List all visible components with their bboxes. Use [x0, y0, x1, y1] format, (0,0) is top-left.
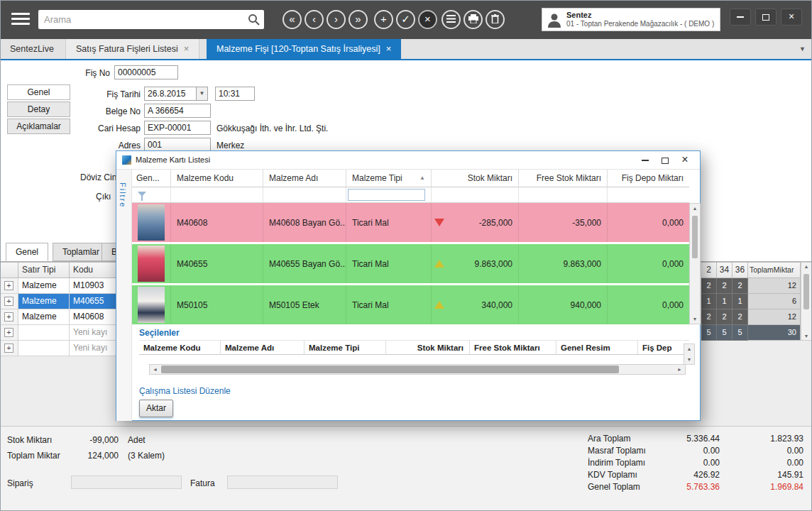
list-icon [446, 15, 456, 23]
sel-column-stok[interactable]: Stok Miktarı [386, 340, 470, 355]
nav-detay-button[interactable]: Detay [7, 101, 70, 117]
dialog-vertical-scrollbar[interactable]: ▲ ▼ [689, 203, 701, 324]
column-header-resim[interactable]: Gen... [132, 170, 171, 187]
filter-cell-resim[interactable] [132, 187, 171, 203]
row-expand-button[interactable]: + [0, 341, 18, 356]
grid-header-satir-tipi[interactable]: Satır Tipi [18, 262, 70, 278]
sel-column-resim[interactable]: Genel Resim [556, 340, 638, 355]
dialog-close-button[interactable]: × [676, 153, 694, 167]
first-record-button[interactable]: « [282, 10, 302, 29]
belge-no-input[interactable] [144, 104, 211, 118]
spin-down-icon[interactable]: ▼ [684, 357, 694, 362]
last-record-button[interactable]: » [349, 10, 368, 29]
filter-cell-stok[interactable] [432, 187, 519, 203]
save-button[interactable]: ✓ [396, 10, 415, 29]
printer-icon [468, 14, 478, 23]
delete-button[interactable] [485, 10, 505, 29]
scroll-down-icon[interactable]: ▼ [801, 334, 811, 339]
grid-header-toplam-miktar[interactable]: ToplamMiktar [748, 262, 801, 278]
menu-icon[interactable] [11, 13, 30, 26]
list-button[interactable] [441, 10, 461, 29]
scrollbar-thumb[interactable] [692, 216, 698, 258]
tab-sentezlive[interactable]: SentezLive [0, 39, 64, 59]
search-input[interactable] [38, 10, 244, 29]
window-close-button[interactable]: × [781, 9, 802, 26]
filter-cell-adi[interactable] [263, 187, 346, 203]
scroll-left-icon[interactable]: ◄ [150, 365, 160, 374]
grid-header-size-36[interactable]: 36 [733, 262, 748, 278]
sel-column-kodu[interactable]: Malzeme Kodu [139, 340, 221, 355]
tab-list-dropdown-icon[interactable]: ▼ [799, 45, 806, 53]
cancel-button[interactable]: × [418, 10, 437, 29]
fis-tarihi-input[interactable] [144, 87, 197, 101]
cell-resim [132, 203, 171, 242]
cell-size-qty: 2 [733, 278, 748, 294]
aktar-button[interactable]: Aktar [139, 400, 173, 417]
row-expand-button[interactable]: + [0, 309, 18, 325]
column-header-malzeme-kodu[interactable]: Malzeme Kodu [171, 170, 263, 187]
scroll-up-icon[interactable]: ▲ [690, 206, 700, 211]
selected-grid-spinner[interactable]: ▲ ▼ [684, 344, 695, 365]
grid-vertical-scrollbar[interactable]: ▲ ▼ [801, 262, 812, 341]
tab-malzeme-fisi[interactable]: Malzeme Fişi [120-Toptan Satış İrsaliyes… [207, 39, 401, 59]
fis-no-input[interactable] [114, 65, 178, 79]
filtre-panel-tab[interactable]: Filtre [116, 170, 132, 421]
filter-cell-tipi[interactable] [346, 187, 432, 203]
scroll-right-icon[interactable]: ► [674, 365, 685, 374]
grid-header-size-34[interactable]: 34 [717, 262, 733, 278]
secilenler-label: Seçilenler [139, 328, 180, 338]
window-maximize-button[interactable] [755, 9, 777, 26]
material-row-m40608[interactable]: M40608 M40608 Bayan Gö... Ticari Mal -28… [132, 203, 689, 242]
dialog-titlebar[interactable]: Malzeme Kartı Listesi × [116, 151, 700, 170]
column-header-malzeme-tipi[interactable]: Malzeme Tipi▲ [346, 170, 432, 187]
user-account-button[interactable]: Sentez 01 - Toptan Perakende Mağazacılık… [542, 8, 720, 31]
filter-cell-kodu[interactable] [171, 187, 263, 203]
filter-input[interactable] [348, 189, 425, 201]
scrollbar-thumb[interactable] [803, 274, 809, 309]
filtre-label: Filtre [119, 182, 127, 208]
fis-saati-input[interactable] [215, 87, 255, 101]
sel-column-depo[interactable]: Fiş Dep [638, 340, 689, 355]
material-row-m40655[interactable]: M40655 M40655 Bayan Gö... Ticari Mal 9.8… [132, 244, 689, 283]
column-header-free-stok[interactable]: Free Stok Miktarı [519, 170, 608, 187]
row-expand-button[interactable]: + [0, 278, 18, 294]
tab-satis-fatura-listesi[interactable]: Satış Fatura Fişleri Listesi× [65, 39, 199, 59]
previous-record-button[interactable]: ‹ [304, 10, 324, 29]
window-minimize-button[interactable] [730, 9, 751, 26]
row-expand-button[interactable]: + [0, 325, 18, 341]
cari-hesap-input[interactable] [144, 121, 211, 135]
filter-cell-depo[interactable] [608, 187, 689, 203]
dialog-minimize-button[interactable] [636, 153, 654, 167]
scroll-down-icon[interactable]: ▼ [690, 317, 700, 322]
column-header-fis-depo[interactable]: Fiş Depo Miktarı [608, 170, 689, 187]
detail-tab-genel[interactable]: Genel [6, 243, 48, 261]
column-header-malzeme-adi[interactable]: Malzeme Adı [263, 170, 346, 187]
column-header-stok-miktari[interactable]: Stok Miktarı [432, 170, 519, 187]
dialog-horizontal-scrollbar[interactable]: ◄ ► [149, 364, 686, 375]
fatura-input[interactable] [227, 476, 338, 489]
sel-column-tipi[interactable]: Malzeme Tipi [304, 340, 386, 355]
sel-column-adi[interactable]: Malzeme Adı [221, 340, 304, 355]
add-record-button[interactable]: + [374, 10, 393, 29]
cell-toplam-miktar: 12 [748, 309, 801, 325]
next-record-button[interactable]: › [327, 10, 346, 29]
scroll-up-icon[interactable]: ▲ [801, 264, 811, 269]
tab-close-icon[interactable]: × [386, 43, 392, 54]
spin-up-icon[interactable]: ▲ [684, 346, 694, 351]
filter-cell-free[interactable] [519, 187, 608, 203]
search-icon[interactable] [248, 13, 260, 26]
nav-aciklamalar-button[interactable]: Açıklamalar [7, 119, 70, 134]
material-row-m50105[interactable]: M50105 M50105 Etek Ticari Mal 340,000 94… [132, 285, 689, 324]
calisma-listesi-duzenle-link[interactable]: Çalışma Listesi Düzenle [139, 386, 231, 396]
grid-header-size-32[interactable]: 2 [701, 262, 717, 278]
row-expand-button[interactable]: + [0, 294, 18, 309]
siparis-input[interactable] [71, 476, 182, 489]
print-button[interactable] [463, 10, 483, 29]
scrollbar-thumb[interactable] [161, 366, 619, 373]
adres-input[interactable] [144, 138, 211, 152]
tab-close-icon[interactable]: × [184, 43, 190, 54]
dialog-maximize-button[interactable] [656, 153, 674, 167]
sel-column-free[interactable]: Free Stok Miktarı [470, 340, 556, 355]
fis-tarihi-dropdown-icon[interactable]: ▼ [197, 87, 208, 101]
nav-genel-button[interactable]: Genel [7, 84, 70, 100]
